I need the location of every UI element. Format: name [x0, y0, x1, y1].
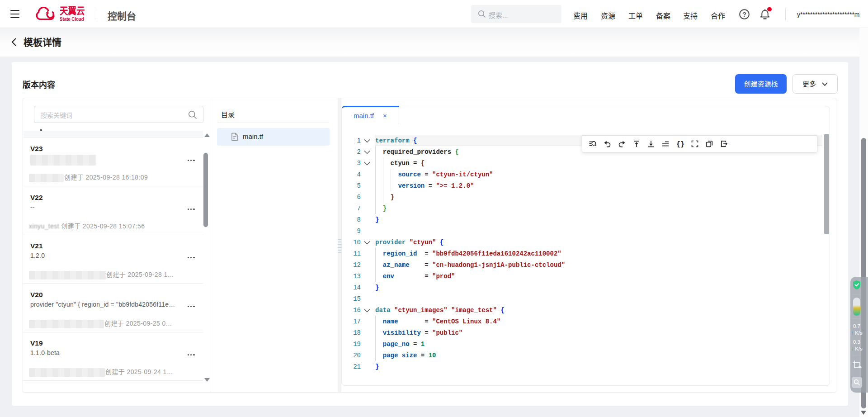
svg-text:?: ?	[742, 10, 746, 18]
svg-text:{}: {}	[676, 141, 684, 148]
